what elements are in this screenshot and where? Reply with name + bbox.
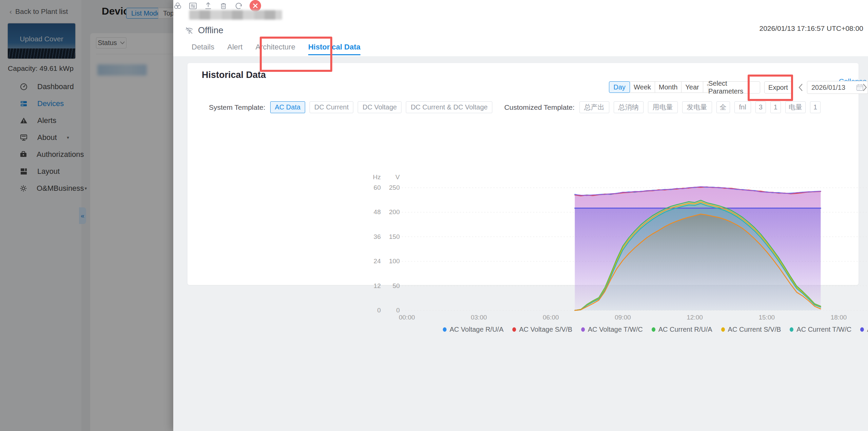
range-button-year[interactable]: Year: [681, 81, 703, 93]
customized-template-chip[interactable]: 1: [770, 101, 781, 113]
legend-dot: [790, 327, 793, 332]
legend-item[interactable]: AC Current R/U/A: [652, 326, 712, 333]
system-template-chip[interactable]: DC Voltage: [358, 101, 401, 113]
legend-label: AC Voltage S/V/B: [519, 326, 572, 333]
system-template-label: System Template:: [209, 103, 265, 111]
legend-item[interactable]: AC Output Frequency R: [860, 326, 868, 333]
axis-tick-Hz: 36: [366, 233, 381, 241]
legend-dot: [581, 327, 585, 332]
axis-tick-Hz: 48: [366, 208, 381, 216]
refresh-icon[interactable]: [234, 1, 243, 10]
x-axis-tick: 15:00: [753, 314, 780, 321]
customized-template-chip[interactable]: 1: [810, 101, 821, 113]
legend-label: AC Current S/V/B: [728, 326, 781, 333]
x-axis-tick: 18:00: [825, 314, 852, 321]
customized-template-chip[interactable]: fnl: [734, 101, 751, 113]
customized-template-chip[interactable]: 全: [716, 101, 730, 113]
system-template-chip[interactable]: DC Current: [310, 101, 353, 113]
modal-body: Historical Data Collapse DayWeekMonthYea…: [173, 56, 868, 431]
delete-icon[interactable]: [219, 1, 228, 10]
legend-label: AC Voltage R/U/A: [450, 326, 504, 333]
axis-tick-V: 150: [385, 233, 400, 241]
select-parameters-button[interactable]: Select Parameters: [708, 81, 760, 94]
historical-data-chart[interactable]: [404, 185, 868, 314]
axis-tick-V: 200: [385, 208, 400, 216]
axis-tick-Hz: 24: [366, 258, 381, 265]
axis-tick-V: 100: [385, 258, 400, 265]
axis-tick-Hz: 60: [366, 184, 381, 191]
legend-dot: [443, 327, 447, 332]
legend-item[interactable]: AC Current T/W/C: [790, 326, 851, 333]
palette-icon[interactable]: [173, 1, 182, 10]
next-date-button[interactable]: [863, 83, 867, 91]
x-axis-tick: 09:00: [609, 314, 636, 321]
customized-template-chip[interactable]: 用电量: [648, 101, 678, 113]
axis-tick-V: 250: [385, 184, 400, 191]
device-title-redacted: [189, 10, 282, 20]
legend-label: AC Current R/U/A: [658, 326, 712, 333]
modal-tabs: DetailsAlertArchitectureHistorical Data: [192, 38, 360, 56]
range-button-day[interactable]: Day: [609, 81, 630, 93]
axis-tick-V: 50: [385, 282, 400, 290]
legend-item[interactable]: AC Voltage T/W/C: [581, 326, 643, 333]
previous-date-button[interactable]: [798, 83, 803, 91]
tab-architecture[interactable]: Architecture: [256, 38, 295, 56]
customized-template-chip[interactable]: 总消纳: [614, 101, 644, 113]
legend-dot: [721, 327, 725, 332]
device-timestamp: 2026/01/13 17:16:57 UTC+08:00: [729, 24, 863, 33]
system-template-chip[interactable]: AC Data: [270, 101, 305, 113]
system-template-chips: AC DataDC CurrentDC VoltageDC Current & …: [270, 101, 497, 113]
device-detail-modal: Offline 2026/01/13 17:16:57 UTC+08:00 De…: [173, 0, 868, 431]
legend-dot: [512, 327, 516, 332]
customized-template-chip[interactable]: 总产出: [579, 101, 609, 113]
control-card-icon[interactable]: [189, 1, 197, 10]
modal-header-icons: [173, 0, 868, 12]
axis-tick-Hz: 12: [366, 282, 381, 290]
upload-icon[interactable]: [204, 1, 213, 10]
customized-template-chip[interactable]: 3: [755, 101, 766, 113]
axis-unit-Hz: Hz: [366, 173, 381, 181]
customized-template-chips: 总产出总消纳用电量发电量全fnl31电量1: [579, 101, 825, 113]
axis-tick-Hz: 0: [366, 307, 381, 314]
range-button-week[interactable]: Week: [630, 81, 655, 93]
customized-template-label: Customized Template:: [504, 103, 574, 111]
date-picker-input[interactable]: 2026/01/13: [807, 81, 868, 94]
chart-legend: AC Voltage R/U/AAC Voltage S/V/BAC Volta…: [443, 326, 868, 333]
x-axis-tick: 03:00: [465, 314, 492, 321]
export-button[interactable]: Export: [764, 81, 792, 94]
modal-tabbar: DetailsAlertArchitectureHistorical Data: [173, 38, 868, 57]
tab-details[interactable]: Details: [192, 38, 214, 56]
axis-unit-V: V: [385, 173, 400, 181]
tab-historical-data[interactable]: Historical Data: [308, 38, 360, 56]
system-template-chip[interactable]: DC Current & DC Voltage: [406, 101, 492, 113]
x-axis-tick: 12:00: [681, 314, 708, 321]
legend-dot: [860, 327, 864, 332]
screen: ‹Back to Plant list Upload Cover Capacit…: [0, 0, 868, 431]
date-value: 2026/01/13: [811, 84, 853, 91]
customized-template-chip[interactable]: 电量: [785, 101, 806, 113]
close-icon[interactable]: [250, 0, 261, 12]
historical-data-title: Historical Data: [202, 70, 266, 80]
wifi-off-icon: [185, 26, 194, 35]
status-badge: Offline: [198, 25, 223, 36]
tab-alert[interactable]: Alert: [227, 38, 242, 56]
legend-label: AC Current T/W/C: [796, 326, 851, 333]
range-button-month[interactable]: Month: [655, 81, 682, 93]
axis-tick-V: 0: [385, 307, 400, 314]
x-axis-tick: 06:00: [537, 314, 565, 321]
modal-backdrop[interactable]: [0, 0, 173, 431]
x-axis-tick: 00:00: [393, 314, 420, 321]
legend-item[interactable]: AC Current S/V/B: [721, 326, 781, 333]
template-row: System Template: AC DataDC CurrentDC Vol…: [209, 102, 825, 113]
legend-item[interactable]: AC Voltage S/V/B: [512, 326, 572, 333]
legend-dot: [652, 327, 655, 332]
legend-label: AC Voltage T/W/C: [588, 326, 643, 333]
customized-template-chip[interactable]: 发电量: [682, 101, 712, 113]
device-status-row: Offline: [185, 25, 223, 36]
legend-item[interactable]: AC Voltage R/U/A: [443, 326, 504, 333]
